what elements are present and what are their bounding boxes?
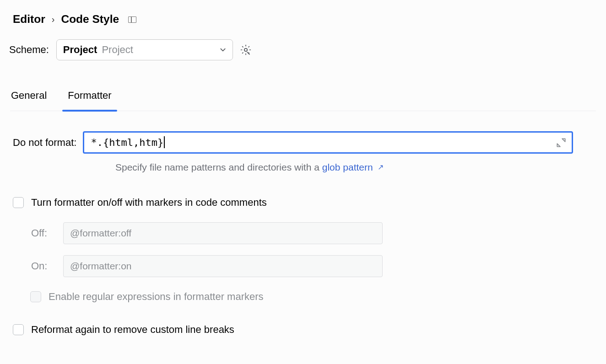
do-not-format-input[interactable]: *.{html,htm} [83,131,573,154]
glob-pattern-link[interactable]: glob pattern [322,162,373,172]
markers-label: Turn formatter on/off with markers in co… [31,197,267,209]
markers-checkbox[interactable] [13,197,24,208]
do-not-format-label: Do not format: [13,137,76,149]
chevron-right-icon: › [52,14,55,25]
do-not-format-hint: Specify file name patterns and directori… [115,162,593,173]
off-marker-row: Off: [31,222,593,244]
settings-panel: Editor › Code Style Scheme: Project Proj… [0,0,606,336]
reformat-check-row: Reformat again to remove custom line bre… [13,324,593,336]
do-not-format-row: Do not format: *.{html,htm} [13,131,593,154]
regex-checkbox [30,291,41,302]
gear-icon[interactable] [240,44,251,55]
on-label: On: [31,260,55,272]
formatter-panel: Do not format: *.{html,htm} Specify file… [10,111,596,336]
text-caret [164,136,165,148]
off-marker-input [63,222,383,244]
markers-check-row: Turn formatter on/off with markers in co… [13,197,593,209]
tab-general[interactable]: General [11,90,47,111]
regex-label: Enable regular expressions in formatter … [49,291,264,303]
markers-sub-form: Off: On: [31,222,593,277]
chevron-down-icon [220,47,226,53]
svg-point-0 [244,48,247,51]
reformat-label: Reformat again to remove custom line bre… [31,324,234,336]
scheme-label: Scheme: [9,44,49,56]
tab-formatter[interactable]: Formatter [68,90,111,111]
off-label: Off: [31,227,55,239]
breadcrumb-item-editor[interactable]: Editor [13,13,45,26]
regex-check-row: Enable regular expressions in formatter … [30,291,593,303]
scheme-select[interactable]: Project Project [56,39,233,60]
layout-icon[interactable] [128,16,136,23]
reformat-checkbox[interactable] [13,324,24,335]
do-not-format-value: *.{html,htm} [91,137,163,148]
scheme-selected-name: Project [63,44,97,56]
scheme-row: Scheme: Project Project [6,39,596,60]
external-link-icon: ↗ [378,163,384,171]
on-marker-input [63,255,383,277]
on-marker-row: On: [31,255,593,277]
expand-icon[interactable] [555,137,567,149]
breadcrumb: Editor › Code Style [13,13,596,26]
scheme-selected-source: Project [102,44,133,56]
tabs-bar: General Formatter [10,90,596,111]
breadcrumb-item-code-style[interactable]: Code Style [61,13,119,26]
hint-prefix: Specify file name patterns and directori… [115,162,322,172]
